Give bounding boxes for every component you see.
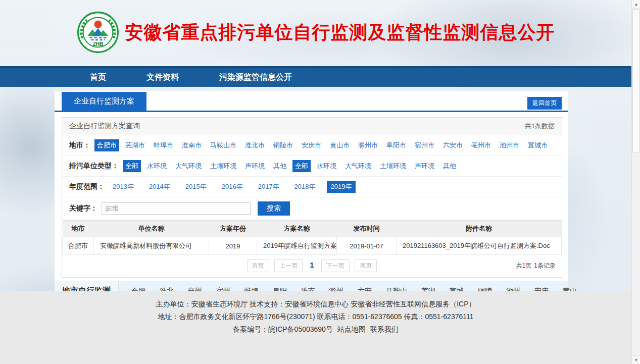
type-filter-row: 排污单位类型： 全部水环境大气环境土壤环境声环境其他全部水环境大气环境土壤环境声… (62, 156, 562, 177)
tab-bar: 企业自行监测方案 返回首页 (55, 91, 568, 112)
site-header: ZHB 安徽省重点排污单位自行监测及监督性监测信息公开 (0, 0, 631, 66)
cell-attachment-name[interactable]: 201921163603_2019年皖维公司自行监测方案.Doc (397, 237, 562, 255)
zhb-environment-logo-icon: ZHB (77, 11, 119, 54)
vertical-scrollbar[interactable]: ▲ ▼ (631, 0, 640, 364)
city-filter-option[interactable]: 池州市 (497, 139, 522, 151)
footer-icp-number: 备案编号：皖ICP备05003690号 (233, 325, 333, 333)
logo-text: ZHB (92, 41, 103, 47)
page-footer: 主办单位：安徽省生态环境厅 技术支持：安徽省环境信息中心 安徽省非经营性互联网信… (0, 291, 631, 364)
year-filter-row: 年度范围： 2013年2014年2015年2016年2017年2018年2019… (62, 177, 562, 197)
type-filter-option[interactable]: 水环境 (314, 160, 339, 172)
results-table: 地市单位名称方案年份方案名称发布时间附件名称 合肥市 安徽皖维高新材料股份有限公… (62, 220, 562, 255)
pagination-next-button[interactable]: 下一页 (321, 259, 350, 272)
city-filter-option[interactable]: 滁州市 (356, 139, 380, 151)
nav-item[interactable]: 首页 (90, 72, 106, 83)
cell-city: 合肥市 (63, 237, 94, 255)
city-filter-option[interactable]: 淮北市 (242, 139, 267, 151)
year-filter-option[interactable]: 2016年 (218, 181, 247, 193)
city-filter-option[interactable]: 阜阳市 (384, 139, 409, 151)
type-filter-label: 排污单位类型： (69, 162, 119, 171)
city-filter-option[interactable]: 亳州市 (469, 139, 494, 151)
pagination-prev-button[interactable]: 上一页 (274, 259, 303, 272)
keyword-row: 关键字： 搜索 (62, 197, 562, 220)
table-header-cell: 单位名称 (94, 221, 209, 237)
pagination-last-button[interactable]: 尾页 (355, 259, 377, 272)
type-filter-option[interactable]: 土壤环境 (208, 160, 239, 172)
city-filter-option[interactable]: 六安市 (440, 139, 465, 151)
nav-item[interactable]: 文件资料 (146, 72, 179, 83)
search-button[interactable]: 搜索 (258, 201, 290, 216)
query-title: 企业自行监测方案查询 (69, 122, 140, 131)
page-title: 安徽省重点排污单位自行监测及监督性监测信息公开 (125, 20, 555, 45)
sitemap-link[interactable]: 站点地图 (337, 325, 366, 333)
tab-enterprise-self-monitoring-plan[interactable]: 企业自行监测方案 (62, 92, 146, 111)
city-filter-option[interactable]: 宿州市 (412, 139, 437, 151)
city-filter-option[interactable]: 淮南市 (179, 139, 204, 151)
type-filter-option[interactable]: 全部 (292, 160, 311, 172)
footer-icp-line: 备案编号：皖ICP备05003690号 站点地图 联系我们 (0, 325, 631, 334)
table-header-row: 地市单位名称方案年份方案名称发布时间附件名称 (63, 221, 562, 237)
cell-plan-year: 2019 (209, 237, 257, 255)
footer-organizer-line: 主办单位：安徽省生态环境厅 技术支持：安徽省环境信息中心 安徽省非经营性互联网信… (0, 300, 631, 309)
type-filter-option[interactable]: 全部 (123, 160, 141, 172)
type-filter-option[interactable]: 声环境 (242, 160, 267, 172)
table-header-cell: 发布时间 (337, 221, 397, 237)
year-filter-option[interactable]: 2017年 (254, 181, 283, 193)
city-filter-option[interactable]: 合肥市 (94, 139, 119, 151)
type-filter-option[interactable]: 土壤环境 (377, 160, 409, 172)
main-navbar: 首页文件资料污染源监管信息公开 (0, 66, 631, 87)
keyword-label: 关键字： (69, 204, 97, 213)
table-header-cell: 方案名称 (257, 221, 337, 237)
query-panel-header: 企业自行监测方案查询 共1条数据 (62, 118, 562, 135)
scroll-down-arrow-icon[interactable]: ▼ (632, 355, 640, 364)
pagination-first-button[interactable]: 首页 (247, 259, 269, 272)
result-count: 共1条数据 (525, 122, 555, 131)
city-filter-option[interactable]: 蚌埠市 (151, 139, 176, 151)
city-filter-option[interactable]: 马鞍山市 (208, 139, 239, 151)
type-filter-option[interactable]: 其他 (271, 160, 289, 172)
type-filter-option[interactable]: 大气环境 (342, 160, 374, 172)
year-filter-option[interactable]: 2013年 (109, 181, 138, 193)
type-filter-option[interactable]: 水环境 (144, 160, 169, 172)
contact-us-link[interactable]: 联系我们 (370, 325, 399, 333)
table-header-cell: 方案年份 (209, 221, 257, 237)
city-filter-label: 地市： (69, 141, 90, 150)
table-header-cell: 附件名称 (397, 221, 562, 237)
table-row: 合肥市 安徽皖维高新材料股份有限公司 2019 2019年皖维自行监测方案 20… (63, 237, 562, 255)
city-filter-option[interactable]: 宣城市 (525, 139, 550, 151)
city-filter-row: 地市： 合肥市芜湖市蚌埠市淮南市马鞍山市淮北市铜陵市安庆市黄山市滁州市阜阳市宿州… (62, 135, 562, 156)
keyword-input[interactable] (102, 202, 251, 215)
scroll-up-arrow-icon[interactable]: ▲ (632, 0, 640, 9)
nav-item[interactable]: 污染源监管信息公开 (219, 72, 292, 83)
pagination-summary: 共1页1条记录 (516, 262, 556, 270)
type-filter-option[interactable]: 大气环境 (173, 160, 204, 172)
year-filter-option[interactable]: 2015年 (181, 181, 211, 193)
back-home-button[interactable]: 返回首页 (527, 97, 562, 110)
query-panel: 企业自行监测方案查询 共1条数据 地市： 合肥市芜湖市蚌埠市淮南市马鞍山市淮北市… (62, 117, 562, 278)
city-filter-option[interactable]: 芜湖市 (123, 139, 147, 151)
pagination: 首页 上一页 1 下一页 尾页 共1页1条记录 (62, 255, 562, 277)
city-filter-option[interactable]: 安庆市 (299, 139, 324, 151)
city-filter-option[interactable]: 铜陵市 (271, 139, 296, 151)
pagination-current-page: 1 (310, 261, 314, 269)
year-filter-option[interactable]: 2018年 (290, 181, 320, 193)
year-filter-option[interactable]: 2014年 (145, 181, 174, 193)
year-filter-option[interactable]: 2019年 (327, 181, 356, 193)
content-wrapper: 企业自行监测方案 返回首页 企业自行监测方案查询 共1条数据 地市： 合肥市芜湖… (55, 91, 568, 291)
cell-publish-date: 2019-01-07 (337, 237, 397, 255)
city-filter-option[interactable]: 黄山市 (327, 139, 352, 151)
table-header-cell: 地市 (63, 221, 94, 237)
year-filter-label: 年度范围： (69, 182, 105, 191)
scrollbar-thumb[interactable] (632, 9, 639, 153)
type-filter-option[interactable]: 其他 (440, 160, 459, 172)
type-filter-option[interactable]: 声环境 (412, 160, 437, 172)
cell-company-name: 安徽皖维高新材料股份有限公司 (94, 237, 209, 255)
cell-plan-name: 2019年皖维自行监测方案 (257, 237, 337, 255)
footer-address-line: 地址：合肥市政务文化新区怀宁路1766号(230071) 联系电话：0551-6… (0, 313, 631, 322)
